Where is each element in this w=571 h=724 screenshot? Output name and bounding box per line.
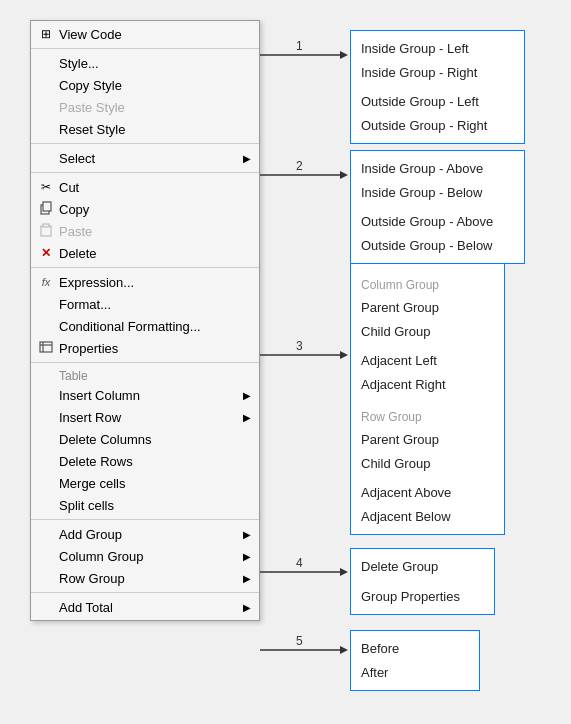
submenu-panel-1: Inside Group - Left Inside Group - Right… [350,30,525,144]
arrow-icon: ▶ [243,153,251,164]
arrow-icon: ▶ [243,529,251,540]
svg-marker-20 [340,646,348,654]
arrow-icon: ▶ [243,412,251,423]
menu-item-split-cells[interactable]: Split cells [31,494,259,516]
menu-item-delete[interactable]: ✕ Delete [31,242,259,264]
submenu-item[interactable]: Parent Group [361,428,494,452]
menu-item-merge-cells[interactable]: Merge cells [31,472,259,494]
arrow-icon: ▶ [243,573,251,584]
menu-item-row-group[interactable]: Row Group ▶ [31,567,259,589]
separator [31,362,259,363]
submenu-panel-4: Delete Group Group Properties [350,548,495,615]
menu-item-format[interactable]: Format... [31,293,259,315]
submenu-item[interactable]: Child Group [361,452,494,476]
menu-item-copy-style[interactable]: Copy Style [31,74,259,96]
separator [31,48,259,49]
submenu-panel-2: Inside Group - Above Inside Group - Belo… [350,150,525,264]
menu-label: Add Group [59,527,122,542]
submenu-item[interactable]: Inside Group - Left [361,37,514,61]
menu-item-insert-row[interactable]: Insert Row ▶ [31,406,259,428]
submenu-item[interactable]: Inside Group - Above [361,157,514,181]
menu-label: Conditional Formatting... [59,319,201,334]
menu-item-conditional-formatting[interactable]: Conditional Formatting... [31,315,259,337]
menu-label: Delete Rows [59,454,133,469]
submenu-item[interactable]: Inside Group - Below [361,181,514,205]
menu-item-delete-columns[interactable]: Delete Columns [31,428,259,450]
submenu-item[interactable]: Child Group [361,320,494,344]
submenu-section-header: Column Group [361,274,494,296]
menu-label: Format... [59,297,111,312]
menu-item-cut[interactable]: ✂ Cut [31,176,259,198]
submenu-item[interactable]: Adjacent Above [361,481,494,505]
menu-label: Insert Row [59,410,121,425]
menu-label: Row Group [59,571,125,586]
sub-divider [361,396,494,402]
svg-marker-11 [340,171,348,179]
svg-text:4: 4 [296,556,303,570]
delete-icon: ✕ [37,246,55,260]
svg-marker-17 [340,568,348,576]
submenu-item[interactable]: Before [361,637,469,661]
menu-label: Delete Columns [59,432,152,447]
menu-label: Properties [59,341,118,356]
submenu-item[interactable]: Delete Group [361,555,484,579]
menu-item-paste: Paste [31,220,259,242]
paste-icon [37,223,55,240]
separator [31,172,259,173]
menu-label: Cut [59,180,79,195]
menu-label: Merge cells [59,476,125,491]
arrow-icon: ▶ [243,602,251,613]
menu-item-view-code[interactable]: ⊞ View Code [31,23,259,45]
submenu-item[interactable]: Adjacent Right [361,373,494,397]
menu-item-reset-style[interactable]: Reset Style [31,118,259,140]
submenu-item[interactable]: After [361,661,469,685]
menu-item-add-total[interactable]: Add Total ▶ [31,596,259,618]
table-section-label: Table [31,366,259,384]
main-container: ⊞ View Code Style... Copy Style Paste St… [0,0,571,724]
menu-label: View Code [59,27,122,42]
menu-item-properties[interactable]: Properties [31,337,259,359]
svg-rect-4 [40,342,52,352]
menu-item-copy[interactable]: Copy [31,198,259,220]
menu-label: Select [59,151,95,166]
svg-text:1: 1 [296,39,303,53]
menu-item-expression[interactable]: fx Expression... [31,271,259,293]
svg-text:5: 5 [296,634,303,648]
submenu-panel-3: Column Group Parent Group Child Group Ad… [350,263,505,535]
svg-marker-14 [340,351,348,359]
arrow-icon: ▶ [243,551,251,562]
svg-rect-3 [43,224,49,227]
fx-icon: fx [37,276,55,288]
menu-item-style[interactable]: Style... [31,52,259,74]
menu-label: Copy [59,202,89,217]
menu-item-column-group[interactable]: Column Group ▶ [31,545,259,567]
arrow-icon: ▶ [243,390,251,401]
menu-item-paste-style: Paste Style [31,96,259,118]
menu-item-select[interactable]: Select ▶ [31,147,259,169]
copy-icon [37,201,55,218]
separator [31,592,259,593]
menu-item-insert-column[interactable]: Insert Column ▶ [31,384,259,406]
submenu-item[interactable]: Adjacent Below [361,505,494,529]
menu-label: Delete [59,246,97,261]
menu-item-add-group[interactable]: Add Group ▶ [31,523,259,545]
svg-text:3: 3 [296,339,303,353]
grid-icon: ⊞ [37,27,55,41]
menu-label: Paste [59,224,92,239]
svg-marker-8 [340,51,348,59]
menu-item-delete-rows[interactable]: Delete Rows [31,450,259,472]
submenu-item[interactable]: Inside Group - Right [361,61,514,85]
submenu-item[interactable]: Group Properties [361,585,484,609]
context-menu: ⊞ View Code Style... Copy Style Paste St… [30,20,260,621]
submenu-item[interactable]: Outside Group - Below [361,234,514,258]
submenu-item[interactable]: Adjacent Left [361,349,494,373]
submenu-item[interactable]: Outside Group - Right [361,114,514,138]
separator [31,143,259,144]
menu-label: Style... [59,56,99,71]
menu-label: Split cells [59,498,114,513]
menu-label: Reset Style [59,122,125,137]
submenu-item[interactable]: Parent Group [361,296,494,320]
svg-rect-1 [43,202,51,211]
submenu-item[interactable]: Outside Group - Left [361,90,514,114]
submenu-item[interactable]: Outside Group - Above [361,210,514,234]
